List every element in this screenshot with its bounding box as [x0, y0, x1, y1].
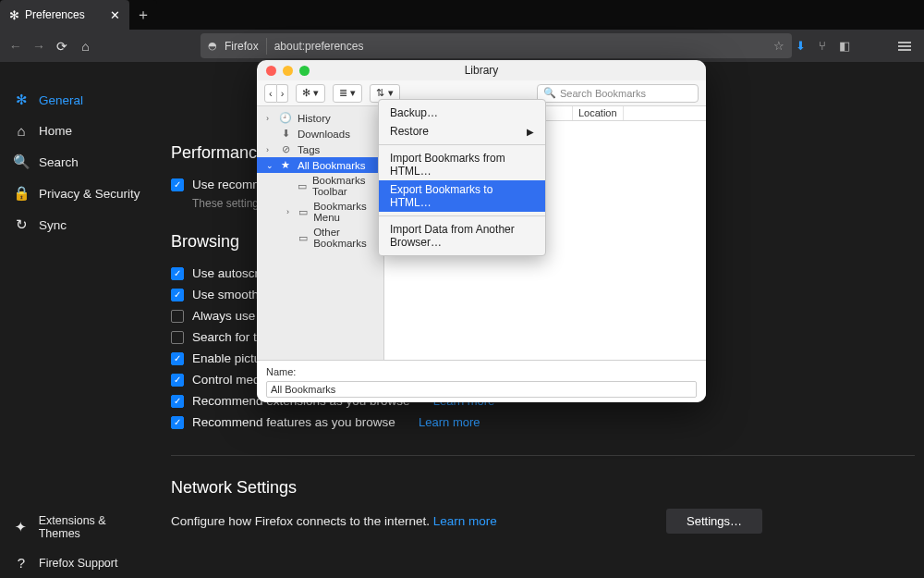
clock-icon: 🕘: [279, 112, 292, 124]
folder-icon: ▭: [298, 206, 308, 218]
menu-icon[interactable]: [898, 42, 911, 51]
network-desc: Configure how Firefox connects to the in…: [171, 514, 497, 528]
home-button[interactable]: ⌂: [76, 34, 95, 58]
menu-restore[interactable]: Restore▶: [379, 122, 545, 141]
checkbox-checked-icon[interactable]: ✓: [171, 395, 184, 408]
url-bar[interactable]: ◓ Firefox about:preferences ☆: [201, 33, 792, 58]
checkbox-unchecked-icon[interactable]: [171, 331, 184, 344]
search-icon: 🔍: [543, 87, 556, 99]
gear-icon: ✻: [9, 8, 19, 22]
submenu-arrow-icon: ▶: [527, 127, 534, 137]
network-heading: Network Settings: [171, 478, 915, 498]
menu-import-html[interactable]: Import Bookmarks from HTML…: [379, 149, 545, 180]
sidebar-item-privacy[interactable]: 🔒Privacy & Security: [0, 178, 162, 209]
forward-button[interactable]: →: [29, 34, 48, 58]
learn-more-link[interactable]: Learn more: [419, 415, 480, 429]
tags-icon: ⊘: [279, 143, 292, 155]
checkbox-checked-icon[interactable]: ✓: [171, 267, 184, 280]
library-icon[interactable]: ⑂: [819, 39, 826, 53]
library-bm-toolbar[interactable]: ▭Bookmarks Toolbar: [281, 173, 383, 199]
library-all-bookmarks[interactable]: ⌄★All Bookmarks: [257, 157, 383, 173]
learn-more-link[interactable]: Learn more: [433, 514, 497, 528]
lock-icon: 🔒: [13, 185, 30, 202]
preferences-sidebar: ✻General ⌂Home 🔍Search 🔒Privacy & Securi…: [0, 62, 162, 578]
tab-title: Preferences: [25, 8, 85, 21]
sidebar-item-general[interactable]: ✻General: [0, 84, 162, 116]
checkbox-checked-icon[interactable]: ✓: [171, 374, 184, 387]
views-button[interactable]: ≣ ▾: [333, 84, 362, 103]
folder-icon: ▭: [298, 180, 307, 192]
network-settings-button[interactable]: Settings…: [666, 509, 762, 534]
library-history[interactable]: ›🕘History: [257, 110, 383, 126]
library-details: Name:: [257, 360, 706, 402]
checkbox-checked-icon[interactable]: ✓: [171, 178, 184, 191]
opt-rec-features[interactable]: ✓Recommend features as you browse Learn …: [171, 412, 915, 433]
sidebar-toggle-icon[interactable]: ◧: [839, 39, 850, 53]
new-tab-button[interactable]: ＋: [129, 0, 157, 30]
menu-import-other[interactable]: Import Data from Another Browser…: [379, 220, 545, 252]
import-export-menu: Backup… Restore▶ Import Bookmarks from H…: [378, 99, 546, 256]
search-icon: 🔍: [13, 154, 30, 170]
library-sidebar: ›🕘History ⬇Downloads ›⊘Tags ⌄★All Bookma…: [257, 106, 384, 360]
library-tags[interactable]: ›⊘Tags: [257, 141, 383, 157]
browser-tab[interactable]: ✻ Preferences ✕: [0, 0, 129, 30]
library-titlebar[interactable]: Library: [257, 60, 706, 80]
sync-icon: ↻: [13, 216, 30, 233]
menu-export-html[interactable]: Export Bookmarks to HTML…: [379, 180, 545, 212]
library-title: Library: [257, 64, 706, 77]
url-text: about:preferences: [274, 40, 364, 53]
firefox-icon: ◓: [208, 40, 217, 52]
downloads-icon[interactable]: ⬇: [796, 39, 806, 53]
library-bm-other[interactable]: ▭Other Bookmarks: [281, 225, 383, 251]
library-forward-button[interactable]: ›: [277, 84, 289, 103]
star-icon: ★: [279, 159, 292, 171]
browser-label: Firefox: [225, 40, 259, 53]
back-button[interactable]: ←: [6, 34, 25, 58]
home-icon: ⌂: [13, 123, 30, 139]
help-icon: ?: [13, 555, 30, 571]
plus-icon: ＋: [136, 6, 151, 25]
checkbox-checked-icon[interactable]: ✓: [171, 416, 184, 429]
name-field[interactable]: [266, 381, 697, 398]
sidebar-item-extensions[interactable]: ✦Extensions & Themes: [0, 507, 162, 547]
menu-backup[interactable]: Backup…: [379, 104, 545, 122]
bookmark-star-icon[interactable]: ☆: [773, 39, 784, 53]
col-location[interactable]: Location: [573, 106, 624, 120]
organize-button[interactable]: ✻ ▾: [296, 84, 325, 103]
download-icon: ⬇: [279, 128, 292, 140]
sidebar-item-support[interactable]: ?Firefox Support: [0, 547, 162, 578]
close-tab-icon[interactable]: ✕: [110, 8, 120, 22]
library-bm-menu[interactable]: ›▭Bookmarks Menu: [281, 199, 383, 225]
sidebar-item-home[interactable]: ⌂Home: [0, 116, 162, 146]
puzzle-icon: ✦: [13, 519, 30, 535]
sidebar-item-search[interactable]: 🔍Search: [0, 146, 162, 178]
name-label: Name:: [266, 366, 697, 377]
sidebar-item-sync[interactable]: ↻Sync: [0, 209, 162, 240]
reload-button[interactable]: ⟳: [53, 34, 72, 58]
folder-icon: ▭: [298, 232, 308, 244]
gear-icon: ✻: [13, 92, 30, 108]
library-back-button[interactable]: ‹: [264, 84, 277, 103]
checkbox-checked-icon[interactable]: ✓: [171, 289, 184, 301]
library-downloads[interactable]: ⬇Downloads: [257, 126, 383, 141]
checkbox-unchecked-icon[interactable]: [171, 310, 184, 323]
library-search[interactable]: 🔍 Search Bookmarks: [537, 84, 699, 103]
checkbox-checked-icon[interactable]: ✓: [171, 352, 184, 365]
